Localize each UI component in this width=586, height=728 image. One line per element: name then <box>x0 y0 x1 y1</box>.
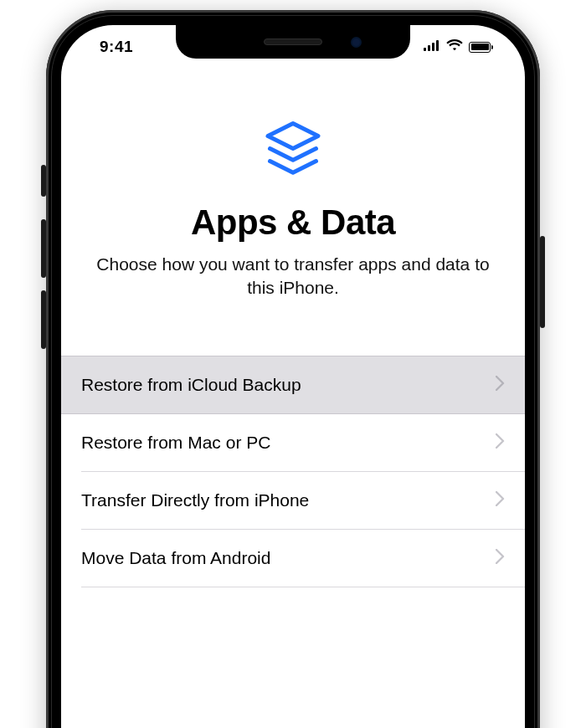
option-move-android[interactable]: Move Data from Android <box>61 530 525 587</box>
option-label: Restore from Mac or PC <box>81 433 270 453</box>
page-subtitle: Choose how you want to transfer apps and… <box>91 253 495 300</box>
apps-and-data-setup: Apps & Data Choose how you want to trans… <box>61 25 525 728</box>
volume-down-button[interactable] <box>41 290 46 349</box>
volume-up-button[interactable] <box>41 219 46 278</box>
phone-frame: 9:41 <box>46 10 540 728</box>
power-button[interactable] <box>540 236 545 328</box>
option-transfer-iphone[interactable]: Transfer Directly from iPhone <box>61 472 525 529</box>
screen: 9:41 <box>61 25 525 728</box>
option-label: Transfer Directly from iPhone <box>81 490 309 510</box>
option-label: Move Data from Android <box>81 548 270 568</box>
chevron-right-icon <box>496 433 505 453</box>
page-title: Apps & Data <box>91 203 495 243</box>
option-restore-icloud[interactable]: Restore from iCloud Backup <box>61 356 525 414</box>
chevron-right-icon <box>496 548 505 568</box>
transfer-options-list: Restore from iCloud Backup Restore from … <box>61 356 525 587</box>
option-restore-mac-pc[interactable]: Restore from Mac or PC <box>61 414 525 471</box>
layers-icon <box>91 117 495 184</box>
chevron-right-icon <box>496 375 505 395</box>
chevron-right-icon <box>496 490 505 510</box>
mute-switch[interactable] <box>41 165 46 197</box>
option-label: Restore from iCloud Backup <box>81 375 301 395</box>
